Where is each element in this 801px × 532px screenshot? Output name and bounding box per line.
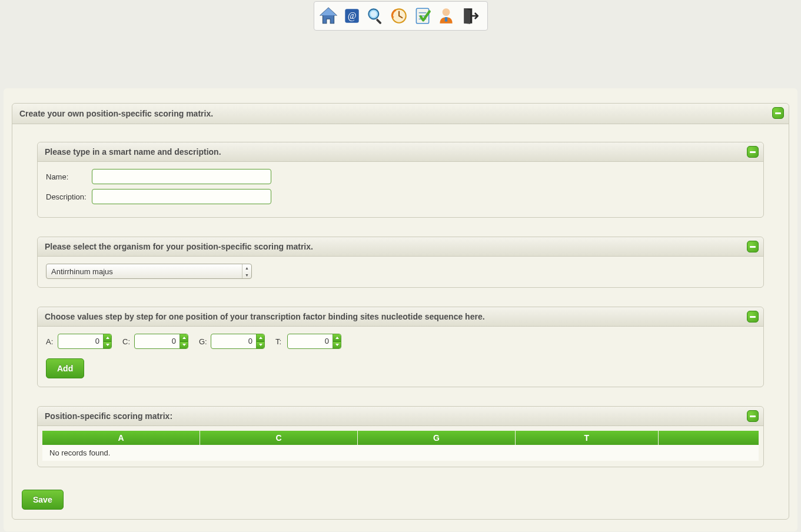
matrix-panel-title: Position-specific scoring matrix:: [45, 411, 172, 421]
caret-up-icon[interactable]: [257, 334, 264, 342]
caret-up-icon[interactable]: [180, 334, 188, 342]
description-input[interactable]: [92, 189, 271, 204]
search-icon[interactable]: [364, 5, 387, 27]
table-row: No records found.: [42, 445, 759, 461]
a-label: A:: [46, 337, 55, 346]
t-value: 0: [288, 334, 333, 348]
svg-marker-16: [464, 8, 470, 24]
svg-rect-6: [375, 18, 381, 24]
collapse-icon[interactable]: [747, 146, 759, 158]
col-g: G: [357, 431, 515, 445]
svg-text:@: @: [347, 11, 356, 21]
name-label: Name:: [46, 172, 92, 181]
chevron-updown-icon: ▲▼: [242, 264, 251, 278]
caret-down-icon[interactable]: [257, 342, 264, 349]
svg-point-13: [442, 8, 450, 16]
caret-down-icon[interactable]: [104, 342, 111, 349]
organism-panel-title: Please select the organism for your posi…: [45, 242, 313, 251]
contacts-icon[interactable]: @: [341, 5, 363, 27]
svg-marker-1: [320, 8, 337, 15]
c-stepper[interactable]: 0: [134, 334, 188, 349]
name-panel: Please type in a smart name and descript…: [37, 142, 764, 218]
user-icon[interactable]: [435, 5, 457, 27]
name-panel-title: Please type in a smart name and descript…: [45, 147, 221, 157]
a-stepper[interactable]: 0: [58, 334, 112, 349]
save-button[interactable]: Save: [22, 490, 64, 510]
collapse-icon[interactable]: [747, 241, 759, 252]
svg-point-5: [370, 11, 377, 18]
col-a: A: [42, 431, 200, 445]
col-actions: [659, 431, 759, 445]
t-label: T:: [275, 337, 285, 346]
matrix-table: A C G T No records found.: [42, 431, 759, 461]
collapse-icon[interactable]: [747, 311, 759, 322]
main-panel-title: Create your own position-specific scorin…: [19, 109, 213, 118]
caret-up-icon[interactable]: [333, 334, 341, 342]
c-label: C:: [122, 337, 132, 346]
tasks-icon[interactable]: [411, 5, 434, 27]
home-icon[interactable]: [317, 5, 340, 27]
col-c: C: [200, 431, 358, 445]
t-stepper[interactable]: 0: [287, 334, 341, 349]
organism-select[interactable]: Antirrhinum majus ▲▼: [46, 264, 252, 279]
g-stepper[interactable]: 0: [211, 334, 265, 349]
caret-down-icon[interactable]: [333, 342, 341, 349]
organism-panel: Please select the organism for your posi…: [37, 237, 764, 288]
svg-rect-14: [444, 17, 447, 21]
g-label: G:: [199, 337, 208, 346]
values-panel-title: Choose values step by step for one posit…: [45, 312, 485, 321]
organism-selected-value: Antirrhinum majus: [51, 267, 113, 276]
matrix-panel: Position-specific scoring matrix: A C G …: [37, 406, 764, 467]
a-value: 0: [58, 334, 103, 348]
add-button[interactable]: Add: [46, 358, 84, 378]
page-container: Create your own position-specific scorin…: [4, 88, 797, 531]
main-panel-header: Create your own position-specific scorin…: [12, 104, 789, 124]
c-value: 0: [135, 334, 180, 348]
caret-up-icon[interactable]: [104, 334, 111, 342]
caret-down-icon[interactable]: [180, 342, 188, 349]
collapse-icon[interactable]: [747, 410, 759, 422]
exit-icon[interactable]: [458, 5, 481, 27]
values-panel: Choose values step by step for one posit…: [37, 307, 764, 387]
name-input[interactable]: [92, 169, 271, 184]
collapse-icon[interactable]: [772, 107, 784, 119]
col-t: T: [515, 431, 658, 445]
description-label: Description:: [46, 192, 92, 201]
top-toolbar: @: [314, 1, 488, 31]
g-value: 0: [211, 334, 256, 348]
empty-message: No records found.: [42, 445, 759, 461]
history-icon[interactable]: [388, 5, 410, 27]
main-panel: Create your own position-specific scorin…: [12, 103, 789, 520]
